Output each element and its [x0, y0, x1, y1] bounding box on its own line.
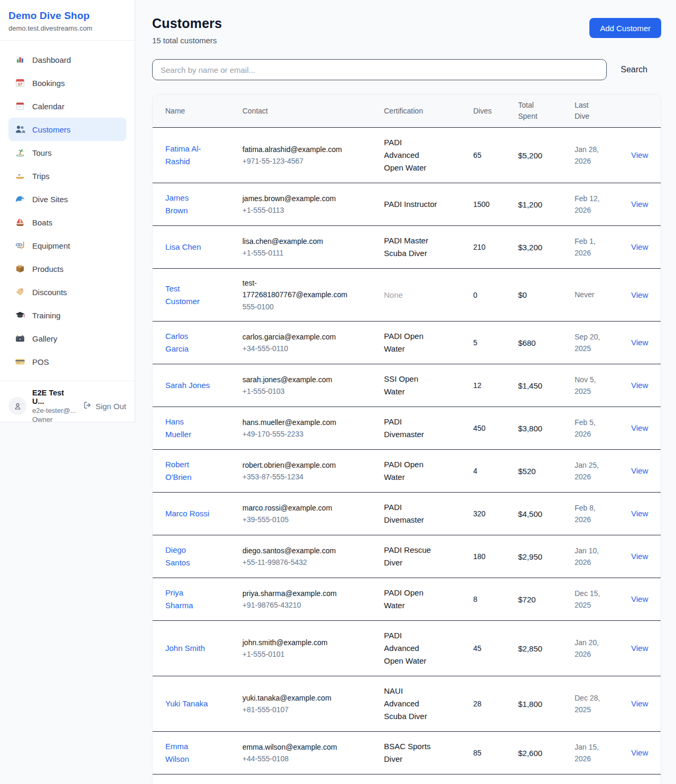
contact-cell: marco.rossi@example.com+39-555-0105: [242, 502, 384, 526]
view-link[interactable]: View: [631, 466, 648, 475]
sidebar-item-calendar[interactable]: Calendar: [8, 95, 126, 118]
sidebar-item-trips[interactable]: Trips: [8, 164, 126, 187]
dives-cell: 8: [473, 595, 518, 603]
sidebar-item-discounts[interactable]: Discounts: [8, 280, 126, 304]
column-header-dives: Dives: [473, 100, 518, 122]
customer-phone: +49-170-555-2233: [242, 428, 378, 440]
customer-email: diego.santos@example.com: [242, 545, 351, 556]
certification-cell: PADI Advanced Open Water: [384, 629, 444, 667]
table-header-row: NameContactCertificationDivesTotal Spent…: [153, 95, 661, 128]
column-header-total-spent: Total Spent: [518, 95, 575, 127]
customer-name-link[interactable]: James Brown: [165, 192, 212, 217]
table-row: Sarah Jonessarah.jones@example.com+1-555…: [153, 364, 661, 407]
customer-name-link[interactable]: Priya Sharma: [165, 587, 212, 612]
sidebar-item-training[interactable]: Training: [8, 304, 126, 327]
sidebar-item-tours[interactable]: Tours: [8, 141, 126, 164]
sidebar-item-dive-sites[interactable]: Dive Sites: [8, 187, 126, 211]
user-section: E2E Test U... e2e-tester@... Owner Sign …: [0, 381, 135, 433]
table-row: Diego Santosdiego.santos@example.com+55-…: [153, 535, 661, 578]
view-link[interactable]: View: [631, 423, 648, 432]
customer-name-link[interactable]: Marco Rossi: [165, 507, 209, 520]
search-button[interactable]: Search: [607, 65, 661, 74]
person-icon: [13, 401, 23, 411]
sidebar-item-pos[interactable]: POS: [8, 350, 126, 373]
dives-cell: 65: [473, 151, 518, 159]
certification-cell: PADI Master Scuba Diver: [384, 234, 444, 260]
table-row: John Smithjohn.smith@example.com+1-555-0…: [153, 621, 661, 676]
sidebar-item-label: Equipment: [32, 241, 70, 250]
contact-cell: fatima.alrashid@example.com+971-55-123-4…: [242, 144, 384, 167]
sign-out-button[interactable]: Sign Out: [83, 401, 126, 411]
customer-name-link[interactable]: John Smith: [165, 642, 205, 655]
dives-cell: 1500: [473, 200, 518, 209]
sidebar-item-label: Customers: [32, 125, 71, 134]
customer-name-link[interactable]: Diego Santos: [165, 544, 212, 569]
last-dive-cell: Nov 5, 2025: [575, 374, 607, 398]
view-link[interactable]: View: [631, 644, 648, 653]
customer-name-link[interactable]: Fatima Al-Rashid: [165, 143, 212, 168]
certification-cell: PADI Open Water: [384, 458, 444, 484]
view-link[interactable]: View: [631, 381, 648, 390]
sidebar-item-label: Gallery: [32, 334, 58, 343]
certification-cell: PADI Advanced Open Water: [384, 136, 444, 174]
dives-cell: 210: [473, 243, 518, 251]
customer-email: james.brown@example.com: [242, 193, 351, 204]
view-link[interactable]: View: [631, 338, 648, 347]
view-link[interactable]: View: [631, 594, 648, 603]
certification-cell: PADI Divemaster: [384, 415, 444, 441]
sign-out-label: Sign Out: [96, 402, 126, 411]
customer-name-link[interactable]: Yuki Tanaka: [165, 697, 208, 710]
view-link[interactable]: View: [631, 290, 648, 299]
customer-name-link[interactable]: Emma Wilson: [165, 740, 212, 766]
user-info: E2E Test U... e2e-tester@... Owner: [32, 389, 77, 423]
customer-phone: +34-555-0110: [242, 343, 378, 354]
sidebar-item-equipment[interactable]: Equipment: [8, 234, 126, 257]
customer-name-link[interactable]: Sarah Jones: [165, 379, 210, 392]
customer-phone: +81-555-0107: [242, 704, 378, 715]
customer-name-link[interactable]: Hans Mueller: [165, 415, 212, 441]
contact-cell: lisa.chen@example.com+1-555-0111: [242, 235, 384, 259]
view-link[interactable]: View: [631, 200, 648, 209]
view-link[interactable]: View: [631, 699, 648, 708]
customer-name-link[interactable]: Test Customer: [165, 282, 212, 308]
total-spent-cell: $3,800: [518, 424, 575, 433]
sidebar-item-gallery[interactable]: Gallery: [8, 327, 126, 350]
view-link[interactable]: View: [631, 242, 648, 251]
sidebar-item-dashboard[interactable]: Dashboard: [8, 48, 126, 71]
customer-phone: +44-555-0108: [242, 753, 378, 764]
sidebar-item-bookings[interactable]: 17Bookings: [8, 71, 126, 95]
customer-email: robert.obrien@example.com: [242, 459, 351, 471]
table-row: Emma Wilsonemma.wilson@example.com+44-55…: [153, 732, 661, 774]
customer-name-link[interactable]: Robert O'Brien: [165, 458, 212, 484]
sidebar-item-boats[interactable]: Boats: [8, 211, 126, 234]
customer-email: priya.sharma@example.com: [242, 588, 351, 599]
view-link[interactable]: View: [631, 509, 648, 518]
customer-phone: +1-555-0101: [242, 648, 378, 660]
last-dive-cell: Feb 5, 2026: [575, 417, 607, 440]
table-row: Hans Muellerhans.mueller@example.com+49-…: [153, 407, 661, 450]
sidebar-item-label: Bookings: [32, 79, 65, 88]
sidebar: Demo Dive Shop demo.test.divestreams.com…: [0, 0, 135, 422]
bar-chart-icon: [15, 54, 25, 65]
customer-name-link[interactable]: Carlos Garcia: [165, 330, 212, 355]
view-link[interactable]: View: [631, 552, 648, 561]
customer-phone: +1-555-0111: [242, 247, 378, 259]
add-customer-button[interactable]: Add Customer: [589, 18, 661, 38]
user-role: Owner: [32, 415, 77, 423]
customer-name-link[interactable]: Lisa Chen: [165, 241, 201, 253]
view-link[interactable]: View: [631, 748, 648, 757]
contact-cell: robert.obrien@example.com+353-87-555-123…: [242, 459, 384, 483]
user-email: e2e-tester@...: [32, 407, 77, 414]
sidebar-item-label: Trips: [32, 172, 50, 181]
shop-domain: demo.test.divestreams.com: [8, 24, 126, 32]
dives-cell: 320: [473, 509, 518, 518]
sidebar-item-products[interactable]: Products: [8, 257, 126, 280]
customer-phone: +1-555-0113: [242, 204, 378, 216]
view-link[interactable]: View: [631, 150, 648, 159]
sidebar-item-customers[interactable]: Customers: [8, 118, 126, 141]
customer-email: hans.mueller@example.com: [242, 417, 351, 428]
customer-email: sarah.jones@example.com: [242, 374, 351, 385]
last-dive-cell: Feb 12, 2026: [575, 193, 607, 216]
customer-phone: +39-555-0105: [242, 514, 378, 525]
search-input[interactable]: [152, 59, 607, 80]
